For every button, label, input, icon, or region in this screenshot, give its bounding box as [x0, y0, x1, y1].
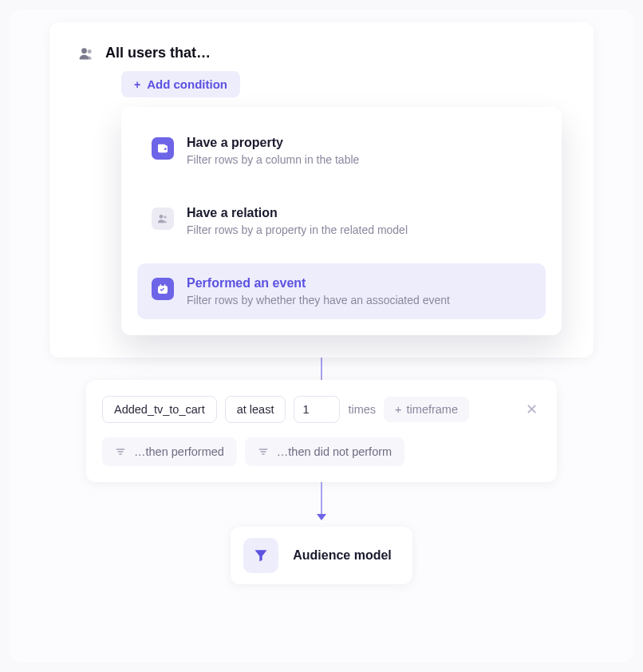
header-title: All users that… — [105, 45, 211, 61]
option-desc: Filter rows by whether they have an asso… — [187, 294, 450, 306]
timeframe-label: timeframe — [407, 403, 458, 416]
operator-chip[interactable]: at least — [225, 396, 286, 423]
filter-lines-icon — [115, 446, 126, 457]
then-did-not-perform-label: …then did not perform — [277, 445, 392, 458]
option-performed-event[interactable]: Performed an event Filter rows by whethe… — [137, 263, 546, 319]
option-text: Performed an event Filter rows by whethe… — [187, 276, 450, 306]
svg-rect-9 — [164, 284, 165, 287]
event-icon — [152, 278, 174, 300]
filter-lines-icon — [258, 446, 269, 457]
condition-builder-card: All users that… + Add condition Have a p… — [49, 22, 594, 358]
remove-condition-button[interactable]: ✕ — [523, 401, 541, 418]
add-condition-button[interactable]: + Add condition — [121, 71, 240, 97]
plus-icon: + — [395, 403, 401, 416]
svg-point-0 — [81, 48, 87, 53]
svg-rect-4 — [158, 144, 165, 147]
funnel-icon — [243, 538, 278, 573]
option-title: Performed an event — [187, 276, 450, 291]
connector-arrow — [321, 482, 322, 519]
header-row: All users that… — [78, 45, 594, 61]
svg-point-5 — [160, 215, 164, 219]
option-have-relation[interactable]: Have a relation Filter rows by a propert… — [137, 193, 546, 249]
count-input[interactable] — [294, 396, 340, 423]
option-text: Have a relation Filter rows by a propert… — [187, 206, 408, 236]
connector-line — [321, 358, 322, 380]
event-name-chip[interactable]: Added_tv_to_cart — [102, 396, 217, 423]
event-config-row: Added_tv_to_cart at least times + timefr… — [102, 396, 541, 423]
then-performed-label: …then performed — [134, 445, 224, 458]
then-row: …then performed …then did not perform — [102, 437, 541, 466]
svg-rect-8 — [160, 284, 161, 287]
audience-model-card[interactable]: Audience model — [231, 527, 412, 584]
canvas: All users that… + Add condition Have a p… — [10, 10, 633, 662]
option-title: Have a property — [187, 136, 359, 150]
option-text: Have a property Filter rows by a column … — [187, 136, 359, 166]
svg-point-1 — [88, 49, 92, 53]
add-condition-label: Add condition — [147, 77, 227, 91]
then-performed-button[interactable]: …then performed — [102, 437, 237, 466]
audience-label: Audience model — [293, 548, 392, 563]
option-desc: Filter rows by a property in the related… — [187, 223, 408, 236]
users-group-icon — [152, 208, 174, 230]
add-timeframe-button[interactable]: + timeframe — [384, 397, 469, 422]
times-label: times — [348, 403, 376, 416]
option-title: Have a relation — [187, 206, 408, 220]
event-config-card: Added_tv_to_cart at least times + timefr… — [86, 380, 557, 482]
condition-dropdown: Have a property Filter rows by a column … — [121, 107, 562, 335]
svg-point-6 — [164, 215, 166, 218]
then-did-not-perform-button[interactable]: …then did not perform — [245, 437, 404, 466]
svg-point-3 — [164, 148, 167, 150]
option-have-property[interactable]: Have a property Filter rows by a column … — [137, 123, 546, 179]
users-icon — [78, 45, 94, 61]
option-desc: Filter rows by a column in the table — [187, 153, 359, 166]
wallet-icon — [152, 137, 174, 160]
plus-icon: + — [134, 78, 140, 91]
